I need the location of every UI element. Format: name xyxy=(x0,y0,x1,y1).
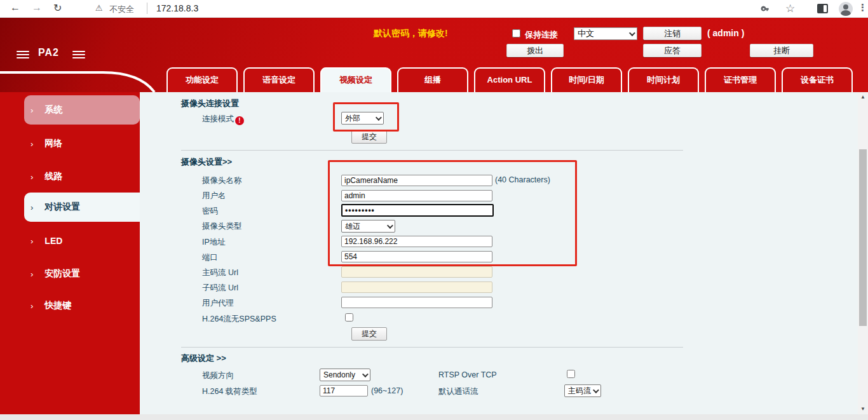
profile-avatar-icon[interactable] xyxy=(839,2,853,16)
not-secure-warning-icon[interactable]: ⚠ xyxy=(95,3,103,13)
tab-multicast[interactable]: 组播 xyxy=(397,67,468,92)
language-select[interactable]: 中文 xyxy=(574,27,637,40)
address-url[interactable]: 172.18.8.3 xyxy=(156,3,198,13)
ip-address-label: IP地址 xyxy=(202,237,226,248)
hamburger-right-icon[interactable] xyxy=(72,51,85,58)
scroll-up-icon[interactable]: ▲ xyxy=(858,92,868,102)
sidebar-item-network[interactable]: › 网络 xyxy=(24,129,140,158)
user-agent-input[interactable] xyxy=(341,297,492,308)
logout-button[interactable]: 注销 xyxy=(643,27,702,40)
section-divider xyxy=(181,150,683,151)
chevron-right-icon: › xyxy=(31,301,33,311)
tab-action-url[interactable]: Action URL xyxy=(474,67,545,92)
tab-device-cert[interactable]: 设备证书 xyxy=(782,67,853,92)
ip-address-input[interactable] xyxy=(341,236,492,247)
advanced-settings-title: 高级设定 >> xyxy=(181,353,226,364)
password-key-icon[interactable] xyxy=(760,4,771,14)
main-stream-url-label: 主码流 Url xyxy=(202,268,238,278)
side-panel-icon[interactable] xyxy=(817,4,828,13)
tab-time-date[interactable]: 时间/日期 xyxy=(551,67,622,92)
password-label: 密码 xyxy=(202,206,218,217)
camera-name-input[interactable] xyxy=(341,175,492,186)
sidebar: › 系统 › 网络 › 线路 › 对讲设置 › LED › 安防设置 › 快捷键 xyxy=(0,92,140,414)
chevron-down-icon xyxy=(387,222,393,229)
tab-bar: 功能设定 语音设定 视频设定 组播 Action URL 时间/日期 时间计划 … xyxy=(166,67,853,92)
reload-icon[interactable]: ↻ xyxy=(53,2,62,14)
camera-settings-submit-button[interactable]: 提交 xyxy=(351,327,387,341)
section-divider xyxy=(181,347,683,348)
h264-no-sps-pps-checkbox[interactable] xyxy=(345,313,353,322)
sidebar-item-led[interactable]: › LED xyxy=(24,226,140,255)
username-label: 用户名 xyxy=(202,191,226,201)
h264-payload-type-hint: (96~127) xyxy=(371,386,403,395)
camera-type-label: 摄像头类型 xyxy=(202,221,242,232)
main-content: 摄像头连接设置 连接模式! 外部 提交 摄像头设置>> 摄像头名称 (40 Ch… xyxy=(140,92,858,414)
default-password-warning: 默认密码，请修改! xyxy=(374,28,448,39)
port-label: 端口 xyxy=(202,252,218,263)
sidebar-item-label: LED xyxy=(44,236,62,246)
default-call-stream-select[interactable]: 主码流 xyxy=(564,384,601,397)
connection-mode-select[interactable]: 外部 xyxy=(341,112,384,125)
sidebar-item-line[interactable]: › 线路 xyxy=(24,162,140,191)
sub-stream-url-label: 子码流 Url xyxy=(202,283,238,294)
connection-mode-label-text: 连接模式 xyxy=(202,114,234,123)
chevron-right-icon: › xyxy=(31,105,33,115)
scroll-down-icon[interactable]: ▼ xyxy=(858,404,868,414)
sidebar-item-security-settings[interactable]: › 安防设置 xyxy=(24,259,140,288)
dial-out-button[interactable]: 拨出 xyxy=(506,44,564,57)
vertical-scrollbar[interactable]: ▲ ▼ xyxy=(858,92,868,414)
camera-name-hint: (40 Characters) xyxy=(495,175,550,184)
main-stream-url-input xyxy=(341,266,492,278)
connection-mode-label: 连接模式! xyxy=(202,114,244,125)
sidebar-item-system[interactable]: › 系统 xyxy=(24,95,140,125)
port-input[interactable] xyxy=(341,251,492,262)
browser-menu-icon[interactable]: ⋮ xyxy=(858,2,867,13)
tab-time-plan[interactable]: 时间计划 xyxy=(628,67,699,92)
hangup-button[interactable]: 挂断 xyxy=(750,44,813,57)
chevron-right-icon: › xyxy=(31,203,33,212)
sidebar-item-label: 网络 xyxy=(44,138,62,149)
tab-cert-manage[interactable]: 证书管理 xyxy=(705,67,776,92)
sub-stream-url-input xyxy=(341,281,492,293)
chevron-down-icon xyxy=(629,30,635,36)
default-call-stream-value: 主码流 xyxy=(568,386,591,396)
chevron-right-icon: › xyxy=(31,269,33,279)
user-agent-label: 用户代理 xyxy=(202,298,234,309)
keep-connected-checkbox[interactable] xyxy=(512,29,520,37)
connection-submit-button[interactable]: 提交 xyxy=(351,130,387,144)
camera-type-select[interactable]: 雄迈 xyxy=(341,220,395,233)
hamburger-left-icon[interactable] xyxy=(17,51,29,58)
app-header: PA2 默认密码，请修改! 保持连接 中文 注销 ( admin ) 拨出 应答… xyxy=(0,18,868,92)
sidebar-item-label: 对讲设置 xyxy=(44,201,80,213)
h264-no-sps-pps-label: H.264流无SPS&PPS xyxy=(202,314,276,325)
answer-button[interactable]: 应答 xyxy=(643,44,702,57)
tab-audio-settings[interactable]: 语音设定 xyxy=(243,67,315,92)
app-logo: PA2 xyxy=(38,47,59,58)
connection-mode-value: 外部 xyxy=(345,113,360,124)
scrollbar-thumb[interactable] xyxy=(859,149,867,326)
default-call-stream-label: 默认通话流 xyxy=(438,386,478,397)
camera-type-value: 雄迈 xyxy=(345,221,360,232)
address-divider xyxy=(147,3,147,14)
chevron-right-icon: › xyxy=(31,172,33,182)
h264-payload-type-input[interactable] xyxy=(320,385,368,396)
sidebar-item-label: 系统 xyxy=(44,104,62,116)
forward-icon[interactable]: → xyxy=(32,2,42,13)
sidebar-item-label: 安防设置 xyxy=(44,268,80,280)
sidebar-item-shortcut-keys[interactable]: › 快捷键 xyxy=(24,291,140,320)
app-window: ← → ↻ ⚠ 不安全 172.18.8.3 ☆ ⋮ PA2 默认密码，请修改!… xyxy=(0,0,868,420)
bookmark-star-icon[interactable]: ☆ xyxy=(785,2,795,15)
not-secure-label[interactable]: 不安全 xyxy=(109,4,134,15)
password-input[interactable] xyxy=(341,204,494,217)
back-icon[interactable]: ← xyxy=(10,2,20,13)
sidebar-item-intercom-settings[interactable]: › 对讲设置 xyxy=(24,193,140,222)
rtsp-over-tcp-checkbox[interactable] xyxy=(567,370,575,378)
tab-video-settings[interactable]: 视频设定 xyxy=(320,67,391,92)
tab-function-settings[interactable]: 功能设定 xyxy=(166,67,238,92)
logged-in-user: ( admin ) xyxy=(707,28,744,38)
keep-connected-label: 保持连接 xyxy=(525,29,558,41)
username-input[interactable] xyxy=(341,190,492,201)
browser-toolbar: ← → ↻ ⚠ 不安全 172.18.8.3 ☆ ⋮ xyxy=(0,0,868,18)
video-direction-select[interactable]: Sendonly xyxy=(320,369,370,381)
chevron-down-icon xyxy=(376,114,382,121)
